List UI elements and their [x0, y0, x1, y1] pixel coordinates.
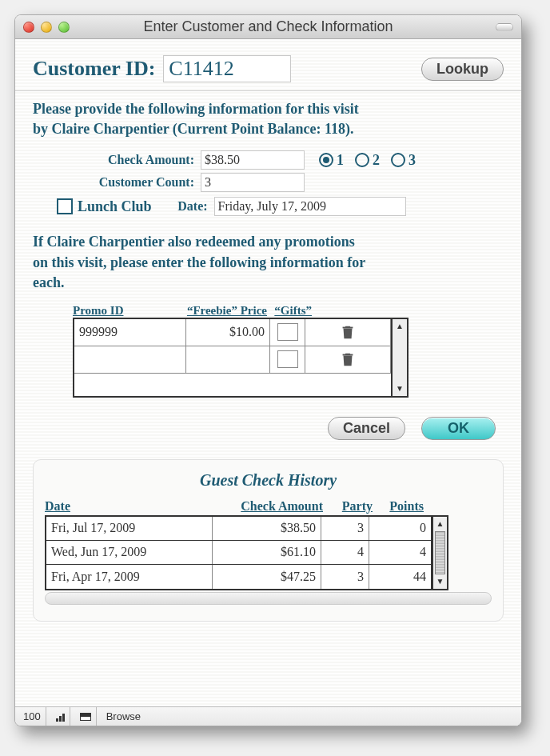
- promo-header-id: Promo ID: [73, 304, 185, 318]
- date-input[interactable]: [214, 197, 406, 216]
- scroll-down-icon[interactable]: ▼: [433, 574, 447, 589]
- hist-points: 4: [369, 541, 431, 564]
- hist-party: 4: [321, 541, 369, 564]
- zoom-icon[interactable]: [58, 22, 70, 33]
- history-row[interactable]: Wed, Jun 17, 2009 $61.10 4 4: [46, 541, 431, 565]
- promo-header-gifts: “Gifts”: [272, 304, 312, 318]
- promo-delete-cell[interactable]: [305, 319, 391, 346]
- date-label: Date:: [152, 199, 214, 214]
- zoom-level[interactable]: 100: [18, 707, 46, 726]
- hist-date: Fri, Jul 17, 2009: [46, 517, 213, 540]
- hist-date: Wed, Jun 17, 2009: [46, 541, 213, 564]
- visit-instruction: Please provide the following information…: [33, 99, 504, 139]
- lunch-club-checkbox[interactable]: [57, 198, 73, 214]
- history-row[interactable]: Fri, Jul 17, 2009 $38.50 3 0: [46, 517, 431, 541]
- cancel-button[interactable]: Cancel: [328, 417, 405, 440]
- promo-table: 999999 $10.00 ▲ ▼: [73, 318, 409, 398]
- hist-amount: $61.10: [213, 541, 321, 564]
- minimize-icon[interactable]: [41, 22, 52, 33]
- history-footer-bar: [45, 592, 492, 605]
- hist-date: Fri, Apr 17, 2009: [46, 565, 213, 589]
- hist-points: 44: [369, 565, 431, 589]
- status-bar: 100 Browse: [15, 706, 521, 726]
- history-card: Guest Check History Date Check Amount Pa…: [33, 459, 504, 622]
- svg-rect-1: [343, 354, 353, 356]
- hist-party: 3: [321, 517, 369, 540]
- scroll-thumb[interactable]: [435, 531, 445, 574]
- mode-label: Browse: [102, 710, 141, 722]
- history-header-points: Points: [373, 499, 424, 514]
- action-row: Cancel OK: [33, 417, 496, 440]
- visit-line-2: by Claire Charpentier (Current Point Bal…: [33, 121, 353, 137]
- history-headers: Date Check Amount Party Points: [45, 499, 492, 514]
- history-row[interactable]: Fri, Apr 17, 2009 $47.25 3 44: [46, 565, 431, 589]
- radio-2-label: 2: [373, 152, 380, 169]
- promo-line-3: each.: [33, 274, 65, 290]
- check-amount-label: Check Amount:: [33, 153, 201, 167]
- customer-count-label: Customer Count:: [33, 175, 201, 190]
- close-icon[interactable]: [23, 22, 34, 33]
- hist-points: 0: [369, 517, 431, 540]
- history-scrollbar[interactable]: ▲ ▼: [432, 515, 448, 590]
- view-list-icon[interactable]: [75, 707, 97, 726]
- promo-delete-cell[interactable]: [305, 346, 391, 373]
- radio-1-label: 1: [337, 152, 344, 169]
- history-header-party: Party: [323, 499, 373, 514]
- promo-price-cell[interactable]: [186, 346, 270, 373]
- promo-row[interactable]: 999999 $10.00: [74, 319, 391, 346]
- title-bar: Enter Customer and Check Information: [15, 15, 521, 39]
- content-area: Customer ID: Lookup Please provide the f…: [15, 39, 521, 706]
- history-header-amount: Check Amount: [213, 499, 323, 514]
- radio-2[interactable]: [355, 153, 369, 167]
- scroll-up-icon[interactable]: ▲: [393, 319, 407, 334]
- promo-id-cell[interactable]: [74, 346, 186, 373]
- promo-header-price: “Freebie” Price: [185, 304, 267, 318]
- trash-icon[interactable]: [339, 322, 357, 342]
- history-header-date: Date: [45, 499, 213, 514]
- promo-line-1: If Claire Charpentier also redeemed any …: [33, 234, 355, 250]
- hist-party: 3: [321, 565, 369, 589]
- view-small-icon[interactable]: [51, 707, 70, 726]
- radio-3-label: 3: [409, 152, 416, 169]
- pill-icon[interactable]: [496, 23, 513, 31]
- traffic-lights: [23, 22, 70, 33]
- radio-3[interactable]: [391, 153, 405, 167]
- promo-row[interactable]: [74, 346, 391, 374]
- promo-headers: Promo ID “Freebie” Price “Gifts”: [73, 304, 504, 318]
- visit-line-1: Please provide the following information…: [33, 101, 359, 117]
- promo-id-cell[interactable]: 999999: [74, 319, 186, 346]
- customer-id-label: Customer ID:: [33, 57, 155, 81]
- divider: [15, 90, 521, 91]
- trash-icon[interactable]: [339, 350, 357, 369]
- radio-group: 1 2 3: [319, 152, 416, 169]
- lunch-club-label: Lunch Club: [78, 198, 152, 215]
- radio-1[interactable]: [319, 153, 333, 167]
- customer-id-input[interactable]: [163, 55, 291, 82]
- scroll-up-icon[interactable]: ▲: [433, 517, 447, 531]
- scroll-track[interactable]: [393, 334, 407, 382]
- svg-rect-0: [343, 327, 353, 329]
- promo-price-cell[interactable]: $10.00: [186, 319, 270, 346]
- app-window: Enter Customer and Check Information Cus…: [14, 14, 522, 726]
- promo-instruction: If Claire Charpentier also redeemed any …: [33, 232, 504, 293]
- hist-amount: $38.50: [213, 517, 321, 540]
- ok-button[interactable]: OK: [421, 417, 496, 440]
- promo-gifts-cell[interactable]: [270, 319, 305, 346]
- lookup-button[interactable]: Lookup: [421, 58, 504, 81]
- scroll-down-icon[interactable]: ▼: [393, 382, 407, 396]
- hist-amount: $47.25: [213, 565, 321, 589]
- promo-row-empty: [74, 374, 391, 396]
- check-amount-input[interactable]: [201, 150, 305, 170]
- window-title: Enter Customer and Check Information: [15, 18, 521, 35]
- promo-line-2: on this visit, please enter the followin…: [33, 254, 365, 270]
- history-title: Guest Check History: [45, 471, 492, 490]
- promo-scrollbar[interactable]: ▲ ▼: [391, 319, 407, 396]
- history-table: Fri, Jul 17, 2009 $38.50 3 0 Wed, Jun 17…: [45, 515, 448, 590]
- customer-count-input[interactable]: [201, 173, 305, 192]
- promo-gifts-cell[interactable]: [270, 346, 305, 373]
